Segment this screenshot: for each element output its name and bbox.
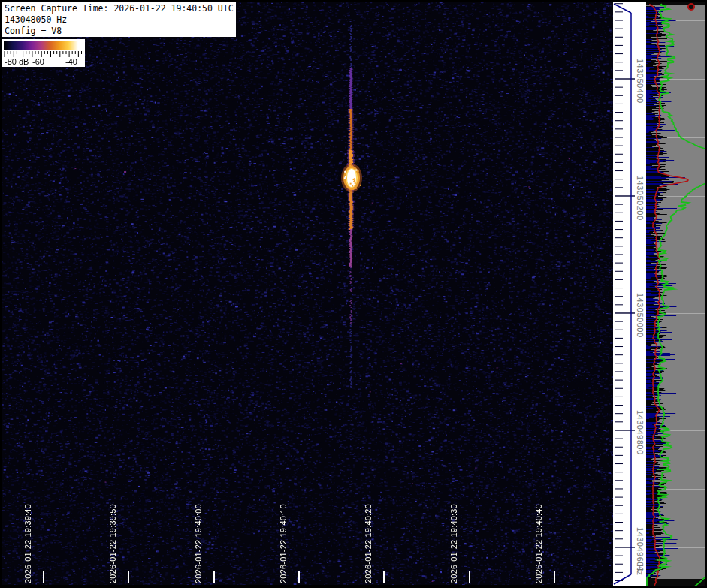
time-axis-tick (43, 571, 44, 583)
freq-axis-label: 143050400 (636, 59, 645, 104)
time-axis-label: 2026-01-22 19:39:50 (108, 504, 118, 583)
freq-axis-label: 143049800 (636, 410, 645, 455)
capture-time-text: Screen Capture Time: 2026-01-22 19:40:50… (5, 3, 236, 14)
time-axis-label: 2026-01-22 19:40:40 (534, 504, 544, 583)
freq-axis-unit: Hz (636, 565, 645, 575)
colorbar-label-min: -80 dB (5, 57, 29, 66)
frequency-axis-ruler: 143050400 143050200 143050000 143049800 … (613, 0, 646, 588)
time-axis-tick (554, 571, 555, 583)
time-axis-label: 2026-01-22 19:40:30 (449, 504, 459, 583)
freq-axis-label: 143050000 (636, 293, 645, 338)
time-axis-label: 2026-01-22 19:40:20 (364, 504, 373, 583)
colorbar-legend: -80 dB -60 -40 (2, 39, 85, 67)
colorbar-label-mid: -60 (32, 57, 44, 66)
screen-capture-root: Screen Capture Time: 2026-01-22 19:40:50… (0, 0, 707, 588)
time-axis-tick (383, 571, 385, 583)
time-axis-tick (213, 571, 215, 583)
spectrum-side-panel (646, 0, 707, 588)
spectrum-traces (646, 0, 707, 588)
config-text: Config = V8 (5, 26, 236, 37)
center-frequency-text: 143048050 Hz (5, 14, 236, 26)
freq-axis-label: 143050200 (636, 176, 645, 221)
time-axis-label: 2026-01-22 19:40:00 (194, 504, 204, 583)
time-axis-label: 2026-01-22 19:40:10 (279, 504, 289, 583)
colorbar-label-max: -40 (65, 57, 77, 66)
spectrogram-waterfall (2, 2, 613, 585)
capture-info-box: Screen Capture Time: 2026-01-22 19:40:50… (2, 2, 236, 37)
time-axis-tick (469, 571, 470, 583)
colorbar-gradient (4, 41, 81, 50)
time-axis-tick (298, 571, 300, 583)
time-axis-tick (128, 571, 129, 583)
time-axis-label: 2026-01-22 19:39:40 (23, 504, 33, 583)
